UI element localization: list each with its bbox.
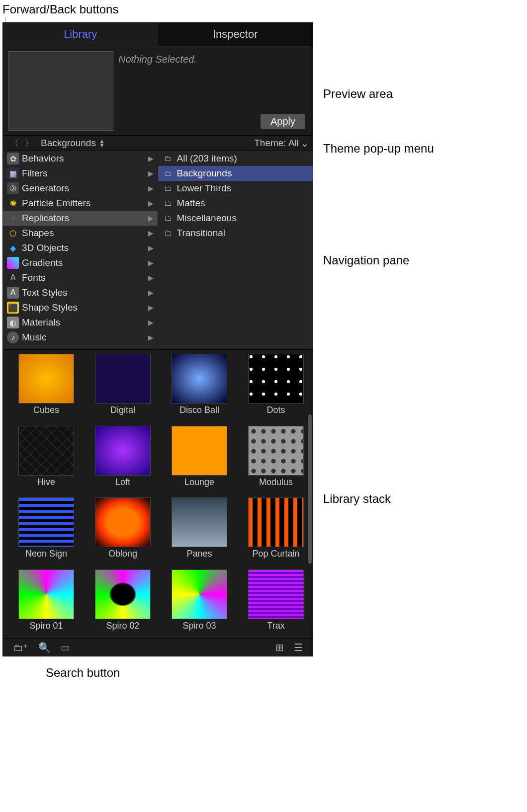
thumbnail: [248, 354, 304, 404]
chevron-right-icon: ▶: [148, 214, 154, 222]
category-text-styles[interactable]: AText Styles▶: [3, 285, 158, 300]
tab-library[interactable]: Library: [3, 23, 158, 46]
category-replicators[interactable]: ⁘Replicators▶: [3, 211, 158, 226]
stack-item-cubes[interactable]: Cubes: [9, 354, 84, 423]
list-view-button[interactable]: ☰: [289, 642, 308, 653]
breadcrumb[interactable]: Backgrounds ▲▼: [37, 138, 109, 149]
chevron-right-icon: ▶: [148, 155, 154, 162]
updown-icon: ▲▼: [99, 139, 105, 147]
stack-label: Spiro 03: [182, 621, 216, 631]
category-behaviors[interactable]: ✿Behaviors▶: [3, 151, 158, 166]
new-folder-button[interactable]: 🗀⁺: [8, 642, 33, 653]
back-button[interactable]: 〈: [7, 137, 22, 149]
stack-label: Oblong: [108, 549, 137, 559]
stack-item-loft[interactable]: Loft: [86, 426, 160, 495]
category-gradients[interactable]: Gradients▶: [3, 255, 158, 270]
stack-item-modulus[interactable]: Modulus: [239, 426, 313, 495]
subcategory-transitional[interactable]: 🗀Transitional: [158, 226, 313, 241]
preview-status-text: Nothing Selected.: [113, 51, 202, 130]
thumbnail: [95, 569, 151, 619]
annotation-preview-area: Preview area: [323, 87, 393, 101]
gradient-icon: [7, 257, 19, 269]
music-icon: ♪: [7, 331, 19, 343]
category-fonts[interactable]: AFonts▶: [3, 270, 158, 285]
annotation-forward-back: Forward/Back buttons: [2, 2, 118, 16]
category-filters[interactable]: ▦Filters▶: [3, 166, 158, 181]
stack-item-dots[interactable]: Dots: [239, 354, 313, 423]
navigation-pane: ✿Behaviors▶ ▦Filters▶ ②Generators▶ ✺Part…: [3, 151, 313, 350]
chevron-right-icon: ▶: [148, 169, 154, 177]
stack-item-hive[interactable]: Hive: [9, 426, 84, 495]
chevron-right-icon: ▶: [148, 199, 154, 207]
category-label: Filters: [22, 168, 48, 179]
path-button[interactable]: ▭: [56, 642, 75, 653]
chevron-right-icon: ▶: [148, 333, 154, 341]
search-button[interactable]: 🔍: [33, 642, 56, 653]
generator-icon: ②: [7, 182, 19, 194]
thumbnail: [172, 354, 227, 404]
apply-button[interactable]: Apply: [261, 114, 305, 129]
stack-item-pop-curtain[interactable]: Pop Curtain: [239, 497, 313, 567]
chevron-right-icon: ▶: [148, 319, 154, 326]
subcategory-list: 🗀All (203 items) 🗀Backgrounds 🗀Lower Thi…: [158, 151, 313, 349]
stack-label: Modulus: [259, 477, 293, 487]
subcategory-label: Mattes: [177, 198, 205, 209]
thumbnail: [95, 497, 151, 547]
stack-label: Spiro 02: [106, 621, 139, 631]
tab-inspector[interactable]: Inspector: [158, 23, 313, 46]
shape-style-icon: ⬛: [7, 302, 19, 314]
stack-item-neon-sign[interactable]: Neon Sign: [9, 497, 84, 567]
stack-label: Hive: [37, 477, 55, 487]
stack-item-disco-ball[interactable]: Disco Ball: [162, 354, 237, 423]
category-generators[interactable]: ②Generators▶: [3, 181, 158, 196]
thumbnail: [172, 497, 227, 547]
icon-view-button[interactable]: ⊞: [270, 642, 289, 653]
stack-label: Loft: [115, 477, 130, 487]
font-icon: A: [7, 272, 19, 284]
subcategory-lower-thirds[interactable]: 🗀Lower Thirds: [158, 181, 313, 196]
stack-item-trax[interactable]: Trax: [239, 569, 313, 639]
stack-item-spiro-02[interactable]: Spiro 02: [86, 569, 160, 639]
category-label: Shapes: [22, 228, 54, 239]
category-music[interactable]: ♪Music▶: [3, 330, 158, 345]
subcategory-miscellaneous[interactable]: 🗀Miscellaneous: [158, 211, 313, 226]
thumbnail: [18, 569, 74, 619]
stack-item-spiro-03[interactable]: Spiro 03: [162, 569, 237, 639]
theme-popup-menu[interactable]: Theme: All ⌄: [254, 138, 309, 149]
theme-label: Theme: All: [254, 138, 299, 149]
subcategory-mattes[interactable]: 🗀Mattes: [158, 196, 313, 211]
category-3d-objects[interactable]: ◆3D Objects▶: [3, 241, 158, 255]
category-list: ✿Behaviors▶ ▦Filters▶ ②Generators▶ ✺Part…: [3, 151, 158, 349]
stack-item-lounge[interactable]: Lounge: [162, 426, 237, 495]
annotation-navigation-pane: Navigation pane: [323, 253, 409, 267]
category-particle-emitters[interactable]: ✺Particle Emitters▶: [3, 196, 158, 211]
navigation-bar: 〈 〉 Backgrounds ▲▼ Theme: All ⌄: [3, 136, 313, 151]
thumbnail: [248, 497, 304, 547]
cube-icon: ◆: [7, 242, 19, 254]
category-shape-styles[interactable]: ⬛Shape Styles▶: [3, 300, 158, 315]
chevron-right-icon: ▶: [148, 289, 154, 297]
category-materials[interactable]: ◐Materials▶: [3, 315, 158, 330]
category-label: Shape Styles: [22, 302, 78, 313]
category-shapes[interactable]: ⬠Shapes▶: [3, 226, 158, 241]
stack-item-spiro-01[interactable]: Spiro 01: [9, 569, 84, 639]
preview-area: Nothing Selected. Apply: [3, 46, 313, 136]
stack-item-digital[interactable]: Digital: [86, 354, 160, 423]
scrollbar[interactable]: [308, 414, 312, 564]
stack-item-panes[interactable]: Panes: [162, 497, 237, 567]
annotation-line: [40, 656, 40, 668]
library-stack: Cubes Digital Disco Ball Dots Hive Loft …: [3, 350, 313, 638]
breadcrumb-label: Backgrounds: [41, 138, 96, 149]
subcategory-backgrounds[interactable]: 🗀Backgrounds: [158, 166, 313, 181]
subcategory-label: All (203 items): [177, 153, 237, 164]
stack-label: Disco Ball: [179, 405, 219, 415]
folder-icon: 🗀: [162, 212, 174, 224]
forward-button[interactable]: 〉: [22, 137, 37, 149]
particle-icon: ✺: [7, 197, 19, 209]
chevron-right-icon: ▶: [148, 274, 154, 282]
thumbnail: [18, 497, 74, 547]
subcategory-label: Miscellaneous: [177, 213, 237, 224]
subcategory-all[interactable]: 🗀All (203 items): [158, 151, 313, 166]
chevron-right-icon: ▶: [148, 259, 154, 267]
stack-item-oblong[interactable]: Oblong: [86, 497, 160, 567]
